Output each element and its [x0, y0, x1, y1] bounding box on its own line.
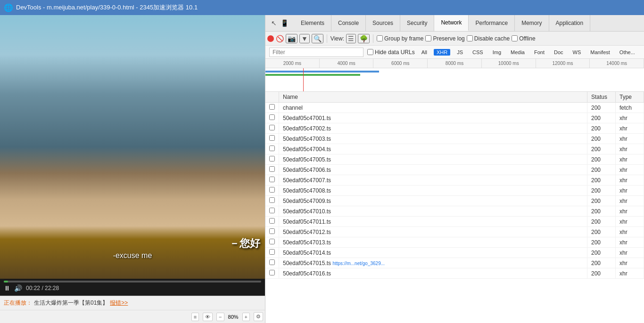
- row-checkbox[interactable]: [269, 125, 275, 130]
- tab-security[interactable]: Security: [400, 15, 434, 31]
- row-checkbox[interactable]: [269, 228, 275, 234]
- settings-btn[interactable]: ⚙: [254, 312, 263, 321]
- tab-elements[interactable]: Elements: [294, 15, 331, 31]
- row-checkbox[interactable]: [269, 135, 275, 141]
- table-row[interactable]: 50edaf05c47005.ts200xhr: [265, 154, 644, 165]
- table-row[interactable]: 50edaf05c47006.ts200xhr: [265, 165, 644, 175]
- group-by-frame-checkbox[interactable]: [377, 35, 383, 41]
- row-checkbox[interactable]: [269, 218, 275, 224]
- preserve-log-checkbox[interactable]: [425, 35, 431, 41]
- filter-doc[interactable]: Doc: [551, 49, 566, 56]
- row-type: xhr: [616, 134, 644, 144]
- row-checkbox[interactable]: [269, 156, 275, 162]
- timeline-area: 2000 ms 4000 ms 6000 ms 8000 ms 10000 ms…: [265, 59, 644, 92]
- filter-button[interactable]: ▼: [299, 34, 310, 43]
- row-checkbox[interactable]: [269, 270, 275, 275]
- camera-button[interactable]: 📷: [286, 34, 297, 43]
- filter-xhr[interactable]: XHR: [434, 49, 450, 56]
- preserve-log-label[interactable]: Preserve log: [425, 35, 464, 42]
- zoom-out-btn[interactable]: −: [216, 313, 224, 321]
- table-row[interactable]: 50edaf05c47008.ts200xhr: [265, 186, 644, 196]
- offline-label[interactable]: Offline: [512, 35, 535, 42]
- record-button[interactable]: [267, 35, 274, 42]
- list-view-btn[interactable]: ☰: [346, 34, 356, 43]
- row-checkbox[interactable]: [269, 249, 275, 255]
- filter-other[interactable]: Othe...: [617, 49, 638, 56]
- stop-button[interactable]: 🚫: [276, 35, 284, 42]
- progress-fill: [4, 281, 8, 283]
- table-row[interactable]: 50edaf05c47015.ts https://m...net/go_362…: [265, 258, 644, 268]
- row-checkbox[interactable]: [269, 166, 275, 172]
- filter-img[interactable]: Img: [490, 49, 504, 56]
- report-link[interactable]: 报错>>: [110, 299, 128, 307]
- pause-button[interactable]: ⏸: [4, 284, 10, 292]
- header-status[interactable]: Status: [587, 92, 616, 103]
- table-row[interactable]: 50edaf05c47013.ts200xhr: [265, 237, 644, 248]
- tab-console[interactable]: Console: [331, 15, 366, 31]
- table-row[interactable]: 50edaf05c47003.ts200xhr: [265, 134, 644, 144]
- show-title: 生活大爆炸第一季【第01集】: [34, 299, 108, 307]
- status-link[interactable]: https://m...net/go_3629...: [332, 261, 385, 266]
- disable-cache-label[interactable]: Disable cache: [467, 35, 510, 42]
- filter-icon-btn[interactable]: ≡: [191, 313, 199, 321]
- zoom-in-btn[interactable]: +: [242, 313, 250, 321]
- row-checkbox[interactable]: [269, 239, 275, 244]
- scroll-bottom-bar: ≡ 👁 − 80% + ⚙: [0, 310, 265, 323]
- table-row[interactable]: 50edaf05c47004.ts200xhr: [265, 144, 644, 154]
- table-row[interactable]: channel200fetch: [265, 103, 644, 113]
- table-row[interactable]: 50edaf05c47012.ts200xhr: [265, 227, 644, 237]
- progress-bar[interactable]: [4, 281, 261, 283]
- filter-all[interactable]: All: [419, 49, 430, 56]
- row-checkbox[interactable]: [269, 259, 275, 265]
- table-row[interactable]: 50edaf05c47011.ts200xhr: [265, 217, 644, 227]
- row-checkbox[interactable]: [269, 208, 275, 213]
- tab-memory[interactable]: Memory: [515, 15, 549, 31]
- offline-checkbox[interactable]: [512, 35, 518, 41]
- filter-media[interactable]: Media: [508, 49, 528, 56]
- table-row[interactable]: 50edaf05c47007.ts200xhr: [265, 175, 644, 186]
- table-row[interactable]: 50edaf05c47002.ts200xhr: [265, 123, 644, 134]
- row-type: xhr: [616, 123, 644, 134]
- table-row[interactable]: 50edaf05c47009.ts200xhr: [265, 196, 644, 206]
- hide-data-urls-checkbox[interactable]: [367, 49, 373, 55]
- filter-input[interactable]: [269, 48, 363, 57]
- table-row[interactable]: 50edaf05c47001.ts200xhr: [265, 113, 644, 123]
- table-row[interactable]: 50edaf05c47014.ts200xhr: [265, 248, 644, 258]
- header-name[interactable]: Name: [279, 92, 587, 103]
- search-button[interactable]: 🔍: [312, 34, 323, 43]
- filter-ws[interactable]: WS: [570, 49, 584, 56]
- filter-js[interactable]: JS: [454, 49, 466, 56]
- row-status: 200: [587, 144, 616, 154]
- network-table-container[interactable]: Name Status Type channel200fetch50edaf05…: [265, 92, 644, 323]
- tick-2000: 2000 ms: [265, 59, 320, 68]
- group-by-frame-label[interactable]: Group by frame: [377, 35, 423, 42]
- devtools-tab-icons: ↖ 📱: [265, 15, 294, 31]
- row-checkbox[interactable]: [269, 104, 275, 110]
- filter-font[interactable]: Font: [531, 49, 547, 56]
- hide-data-urls-label[interactable]: Hide data URLs: [367, 49, 415, 56]
- row-checkbox[interactable]: [269, 187, 275, 193]
- table-row[interactable]: 50edaf05c47016.ts200xhr: [265, 268, 644, 279]
- tab-sources[interactable]: Sources: [366, 15, 400, 31]
- filter-css[interactable]: CSS: [470, 49, 486, 56]
- row-checkbox[interactable]: [269, 177, 275, 182]
- tab-application[interactable]: Application: [549, 15, 591, 31]
- row-name: 50edaf05c47008.ts: [279, 186, 587, 196]
- tree-view-btn[interactable]: 🌳: [358, 34, 370, 43]
- cursor-icon[interactable]: ↖: [269, 19, 279, 27]
- filter-manifest[interactable]: Manifest: [587, 49, 613, 56]
- volume-button[interactable]: 🔊: [14, 284, 22, 292]
- disable-cache-checkbox[interactable]: [467, 35, 473, 41]
- row-status: 200: [587, 175, 616, 186]
- row-type: xhr: [616, 206, 644, 217]
- row-checkbox[interactable]: [269, 197, 275, 203]
- row-checkbox[interactable]: [269, 114, 275, 120]
- row-checkbox[interactable]: [269, 145, 275, 151]
- tab-performance[interactable]: Performance: [469, 15, 515, 31]
- device-icon[interactable]: 📱: [279, 19, 290, 27]
- table-row[interactable]: 50edaf05c47010.ts200xhr: [265, 206, 644, 217]
- eye-icon-btn[interactable]: 👁: [203, 313, 213, 321]
- tab-network[interactable]: Network: [434, 15, 469, 31]
- filter-bar: Hide data URLs All XHR JS CSS Img Media …: [265, 46, 644, 59]
- header-type[interactable]: Type: [616, 92, 644, 103]
